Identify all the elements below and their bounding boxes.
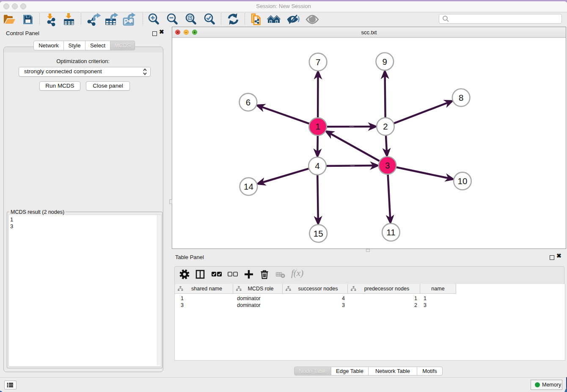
svg-text:9: 9 (383, 57, 387, 66)
svg-text:4: 4 (315, 161, 319, 171)
svg-text:11: 11 (386, 227, 395, 237)
svg-text:7: 7 (316, 57, 320, 67)
svg-text:10: 10 (457, 176, 467, 186)
svg-text:14: 14 (244, 182, 253, 191)
svg-text:1: 1 (315, 121, 320, 131)
svg-text:15: 15 (314, 229, 323, 238)
svg-text:2: 2 (383, 121, 388, 131)
svg-text:6: 6 (246, 97, 250, 107)
svg-text:3: 3 (385, 160, 390, 170)
svg-text:8: 8 (459, 93, 463, 102)
